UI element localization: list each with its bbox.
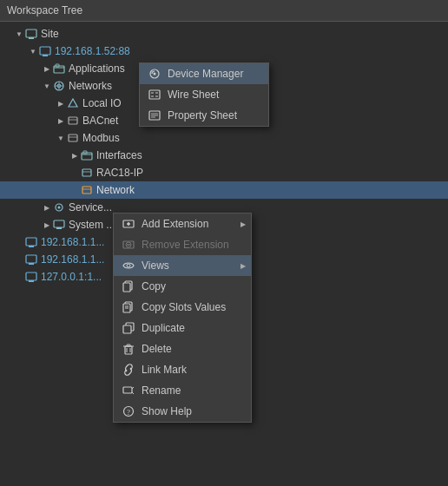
tree-label-rac18: RAC18-IP — [96, 167, 143, 179]
icon-bacnet — [66, 114, 80, 128]
tree-label-ip4: 127.0.0.1:1... — [41, 271, 102, 283]
svg-rect-17 — [82, 169, 91, 176]
submenu-label-wire-sheet: Wire Sheet — [168, 89, 219, 101]
menu-item-show-help[interactable]: ? Show Help — [114, 401, 251, 422]
svg-rect-2 — [40, 47, 50, 55]
svg-rect-30 — [29, 280, 34, 282]
icon-network-leaf — [80, 183, 94, 197]
icon-ip2 — [24, 235, 38, 249]
arrow-apps — [42, 63, 52, 74]
tree-label-localio: Local IO — [82, 97, 122, 109]
svg-rect-24 — [56, 227, 62, 229]
svg-text:?: ? — [127, 408, 130, 417]
icon-modbus — [66, 131, 80, 145]
menu-label-remove-extension: Remove Extension — [142, 239, 229, 251]
submenu-views: Device Manager Wire Sheet Property Sheet — [139, 62, 269, 127]
svg-rect-25 — [26, 238, 36, 246]
prop-sheet-icon — [147, 108, 162, 123]
svg-rect-23 — [54, 220, 64, 227]
svg-rect-51 — [123, 387, 132, 393]
menu-item-duplicate[interactable]: Duplicate — [114, 318, 251, 338]
tree-label-services: Service... — [69, 201, 112, 213]
svg-rect-39 — [123, 283, 130, 292]
menu-item-copy-slots[interactable]: Copy Slots Values — [114, 297, 251, 318]
tree-item-rac18[interactable]: RAC18-IP — [0, 164, 448, 181]
device-mgr-icon — [147, 66, 162, 82]
tree-item-ip1[interactable]: 192.168.1.52:88 — [0, 43, 448, 60]
link-icon — [121, 362, 136, 378]
tree-label-ip1: 192.168.1.52:88 — [55, 45, 130, 57]
help-icon: ? — [121, 404, 136, 419]
menu-item-link-mark[interactable]: Link Mark — [114, 359, 251, 380]
tree-label-interfaces: Interfaces — [96, 149, 142, 161]
menu-label-copy-slots: Copy Slots Values — [142, 301, 226, 313]
tree-label-system: System ... — [69, 219, 115, 231]
svg-rect-19 — [82, 187, 91, 194]
submenu-item-property-sheet[interactable]: Property Sheet — [140, 105, 268, 126]
svg-rect-45 — [123, 325, 131, 333]
plus-icon — [121, 216, 136, 232]
icon-site — [24, 27, 38, 41]
svg-rect-3 — [43, 55, 48, 56]
menu-label-rename: Rename — [142, 384, 181, 397]
icon-services — [52, 200, 66, 214]
icon-interfaces — [80, 148, 94, 162]
arrow-networks — [42, 81, 52, 91]
arrow-site — [14, 29, 24, 39]
svg-line-53 — [132, 392, 134, 394]
tree-label-ip2: 192.168.1.1... — [41, 236, 104, 248]
menu-label-delete: Delete — [142, 343, 172, 355]
dup-icon — [121, 320, 136, 336]
tree-label-network: Network — [96, 184, 135, 196]
tree-label-bacnet: BACnet — [82, 115, 118, 127]
svg-rect-13 — [69, 135, 77, 141]
menu-label-duplicate: Duplicate — [142, 322, 185, 334]
icon-apps — [52, 62, 66, 76]
menu-label-show-help: Show Help — [142, 405, 192, 417]
svg-rect-26 — [29, 246, 34, 247]
svg-rect-1 — [29, 37, 34, 39]
tree-item-interfaces[interactable]: Interfaces — [0, 147, 448, 164]
menu-item-add-extension[interactable]: Add Extension — [114, 213, 251, 234]
svg-rect-0 — [26, 30, 36, 37]
copy-icon — [121, 279, 136, 294]
icon-rac18 — [80, 166, 94, 180]
eye-icon — [121, 258, 136, 273]
arrow-interfaces — [69, 150, 80, 161]
menu-item-delete[interactable]: Delete — [114, 338, 251, 359]
svg-rect-11 — [69, 117, 77, 124]
submenu-label-device-manager: Device Manager — [168, 68, 243, 80]
icon-localio — [66, 96, 80, 110]
panel-title: Workspace Tree — [7, 4, 82, 16]
menu-label-views: Views — [142, 259, 169, 272]
arrow-localio — [56, 98, 66, 108]
tree-label-ip3: 192.168.1.1... — [41, 253, 104, 266]
context-menu: Add Extension Remove Extension Views Cop… — [113, 213, 252, 423]
tree-label-modbus: Modbus — [82, 132, 120, 144]
arrow-services — [42, 202, 52, 213]
tree-label-apps: Applications — [69, 62, 125, 75]
svg-rect-48 — [127, 345, 130, 346]
svg-point-22 — [58, 207, 61, 209]
svg-rect-29 — [26, 273, 36, 280]
submenu-item-device-manager[interactable]: Device Manager — [140, 63, 268, 84]
arrow-bacnet — [56, 115, 66, 126]
arrow-modbus — [56, 133, 66, 143]
menu-item-views[interactable]: Views — [114, 255, 251, 276]
tree-item-network[interactable]: Network — [0, 181, 448, 199]
workspace-panel: Workspace Tree Site 192.168.1.52:88 App — [0, 0, 448, 486]
svg-rect-27 — [26, 255, 36, 263]
tree-item-modbus[interactable]: Modbus — [0, 129, 448, 147]
minus-icon — [121, 237, 136, 253]
svg-rect-46 — [125, 346, 132, 354]
tree-item-site[interactable]: Site — [0, 25, 448, 43]
icon-ip1 — [38, 44, 52, 58]
svg-point-37 — [127, 264, 130, 267]
menu-item-copy[interactable]: Copy — [114, 276, 251, 297]
menu-item-rename[interactable]: Rename — [114, 380, 251, 401]
menu-item-remove-extension[interactable]: Remove Extension — [114, 234, 251, 255]
menu-label-link-mark: Link Mark — [142, 364, 187, 376]
submenu-item-wire-sheet[interactable]: Wire Sheet — [140, 84, 268, 105]
wire-sheet-icon — [147, 87, 162, 102]
tree-label-networks: Networks — [69, 80, 112, 92]
